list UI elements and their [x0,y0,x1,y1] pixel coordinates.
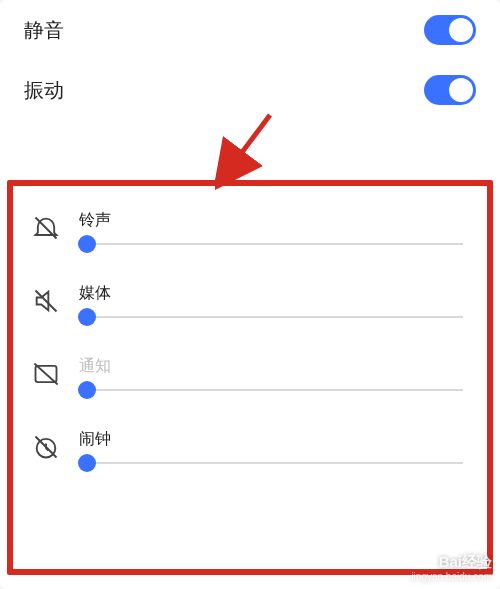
svg-line-0 [225,115,270,175]
volume-sliders-group: 铃声 媒体 [13,186,487,486]
alarm-row: 闹钟 [29,413,471,486]
ringtone-label: 铃声 [79,210,463,231]
ringtone-slider-thumb[interactable] [78,235,96,253]
mute-switch[interactable] [424,15,476,45]
ringtone-row: 铃声 [29,194,471,267]
alarm-label: 闹钟 [79,429,463,450]
media-label: 媒体 [79,283,463,304]
settings-screen: 静音 振动 铃声 [0,0,500,589]
notify-slider-thumb[interactable] [78,381,96,399]
ringtone-slider[interactable] [79,243,463,245]
alarm-slider-thumb[interactable] [78,454,96,472]
notify-slider[interactable] [79,389,463,391]
alarm-slider[interactable] [79,462,463,464]
vibrate-switch[interactable] [424,75,476,105]
notify-label: 通知 [79,356,463,377]
message-off-icon [29,360,63,388]
highlight-box: 铃声 媒体 [7,180,493,575]
mute-label: 静音 [24,17,64,44]
media-slider-thumb[interactable] [78,308,96,326]
clock-off-icon [29,433,63,461]
mute-row: 静音 [0,0,500,60]
annotation-arrow-icon [215,110,285,190]
speaker-off-icon [29,287,63,315]
notify-row: 通知 [29,340,471,413]
vibrate-label: 振动 [24,77,64,104]
bell-off-icon [29,214,63,242]
media-row: 媒体 [29,267,471,340]
media-slider[interactable] [79,316,463,318]
vibrate-row: 振动 [0,60,500,120]
